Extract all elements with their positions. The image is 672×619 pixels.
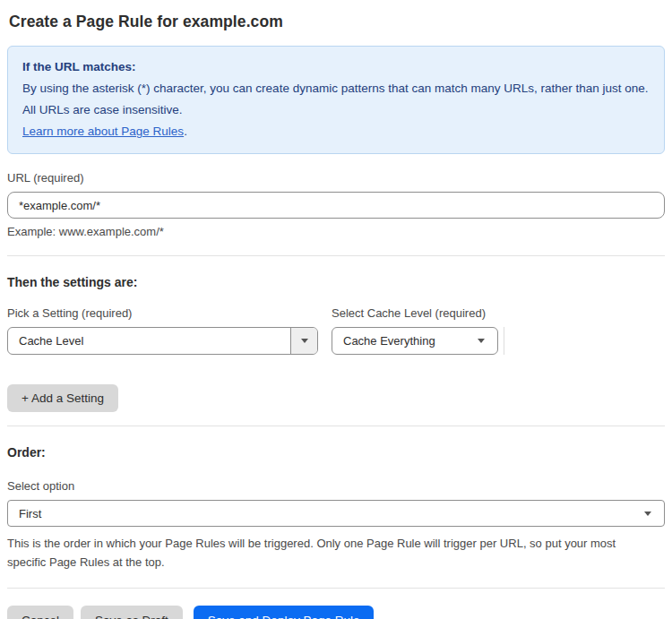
cache-level-wrap: Cache Everything: [332, 327, 504, 355]
chevron-down-icon: [301, 339, 308, 343]
order-select-label: Select option: [7, 479, 665, 493]
cache-level-group: Select Cache Level (required) Cache Ever…: [332, 289, 504, 355]
pick-setting-select[interactable]: Cache Level: [7, 327, 318, 355]
add-setting-button[interactable]: + Add a Setting: [7, 384, 118, 412]
order-heading: Order:: [7, 445, 665, 460]
order-helper-text: This is the order in which your Page Rul…: [7, 534, 645, 572]
cache-level-select[interactable]: Cache Everything: [332, 327, 498, 355]
url-label: URL (required): [7, 171, 665, 185]
page-title: Create a Page Rule for example.com: [9, 13, 663, 31]
save-deploy-button[interactable]: Save and Deploy Page Rule: [194, 606, 375, 619]
info-box-link-line: Learn more about Page Rules.: [22, 121, 650, 142]
save-draft-button[interactable]: Save as Draft: [81, 606, 183, 619]
url-input[interactable]: [7, 192, 665, 219]
footer-actions: Cancel Save as Draft Save and Deploy Pag…: [7, 606, 665, 619]
page-rule-form: Create a Page Rule for example.com If th…: [0, 13, 672, 619]
chevron-down-icon: [644, 512, 651, 516]
order-select[interactable]: First: [7, 500, 665, 527]
cancel-button[interactable]: Cancel: [7, 606, 73, 619]
setting-divider: [504, 327, 504, 355]
url-match-info-box: If the URL matches: By using the asteris…: [7, 46, 665, 154]
divider: [7, 426, 665, 426]
pick-setting-label: Pick a Setting (required): [7, 306, 318, 320]
dropdown-arrow-button: [290, 328, 317, 354]
cache-level-label: Select Cache Level (required): [332, 306, 504, 320]
settings-heading: Then the settings are:: [7, 275, 665, 289]
pick-setting-group: Pick a Setting (required) Cache Level: [7, 289, 318, 355]
chevron-down-icon: [478, 339, 485, 343]
divider: [7, 588, 665, 589]
learn-more-link[interactable]: Learn more about Page Rules: [22, 125, 184, 138]
divider: [7, 255, 665, 256]
url-helper-text: Example: www.example.com/*: [7, 225, 665, 238]
link-suffix: .: [184, 125, 187, 138]
cache-level-value: Cache Everything: [332, 334, 478, 348]
settings-row: Pick a Setting (required) Cache Level Se…: [7, 289, 665, 355]
info-box-heading: If the URL matches:: [22, 56, 650, 78]
pick-setting-value: Cache Level: [8, 334, 290, 348]
order-select-value: First: [8, 507, 644, 520]
info-box-body: By using the asterisk (*) character, you…: [22, 78, 650, 121]
